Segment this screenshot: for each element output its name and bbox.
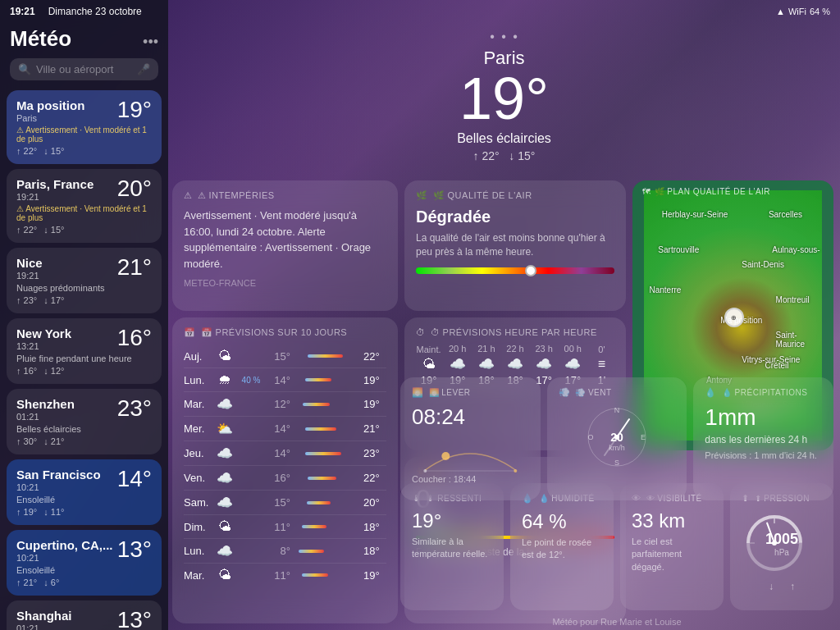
forecast-day: Ven.: [184, 472, 210, 484]
battery-indicator: 64 %: [810, 7, 830, 16]
forecast-low: 11°: [267, 569, 290, 582]
city-range: ↑ 30°↓ 21°: [16, 436, 152, 446]
city-card-new-york[interactable]: New York 13:21 16° Pluie fine pendant un…: [7, 318, 162, 384]
main-weather-header: Paris 19° Belles éclaircies ↑ 22° ↓ 15°: [168, 23, 840, 187]
forecast-low: 14°: [267, 447, 290, 459]
city-card-shenzhen[interactable]: Shenzhen 01:21 23° Belles éclaircies↑ 30…: [7, 389, 162, 454]
city-card-shanghai[interactable]: Shanghai 01:21 13° Temps clair↑ 22°↓ 12°: [7, 600, 162, 630]
forecast-icon: ☁️: [215, 470, 235, 486]
city-card-san-francisco[interactable]: San Francisco 10:21 14° Ensoleillé↑ 19°↓…: [7, 459, 162, 525]
ressenti-value: 19°: [412, 509, 492, 532]
forecast-row: Dim. 🌤 11° 18°: [184, 515, 386, 539]
humidity-desc: Le point de rosée est de 12°.: [522, 536, 602, 562]
search-icon: 🔍: [18, 63, 31, 75]
svg-text:N: N: [614, 406, 620, 414]
city-name: Shenzhen: [16, 397, 75, 411]
main-high: ↑ 22°: [473, 149, 500, 162]
map-position-pin: ⊕: [724, 308, 744, 327]
city-range: ↑ 22°↓ 15°: [16, 146, 152, 156]
warning-icon: ⚠: [184, 190, 193, 201]
more-button[interactable]: •••: [143, 34, 158, 51]
map-label: Saint-Denis: [742, 260, 784, 269]
dots-menu[interactable]: • • •: [490, 30, 519, 44]
forecast-day: Mar.: [184, 569, 210, 582]
sun-arc-svg: [412, 433, 529, 474]
city-sub: 01:21: [16, 623, 72, 630]
sidebar: Météo ••• 🔍 Ville ou aéroport 🎤 Ma posit…: [0, 0, 168, 630]
city-desc: Nuages prédominants: [16, 283, 152, 293]
forecast-day: Sam.: [184, 496, 210, 509]
forecast-bar: [295, 378, 358, 381]
precip-header: 💧 💧 PRÉCIPITATIONS: [705, 387, 822, 398]
forecast-low: 15°: [267, 496, 290, 509]
map-header: 🗺 🌿 PLAN QUALITÉ DE L'AIR: [642, 187, 770, 196]
lever-header: 🌅 🌅 LEVER: [412, 387, 529, 398]
air-bar-indicator: [525, 265, 536, 276]
forecast-high: 18°: [363, 521, 386, 533]
forecast-bar: [295, 525, 358, 528]
map-icon: 🗺: [642, 187, 651, 196]
forecast-row: Mer. ⛅ 14° 21°: [184, 417, 386, 441]
forecast-rain: 40 %: [240, 376, 262, 385]
humidity-widget: 💧 💧 HUMIDITÉ 64 % Le point de rosée est …: [510, 483, 614, 610]
forecast-row: Mar. ☁️ 12° 19°: [184, 392, 386, 417]
hourly-time: 21 h: [477, 344, 495, 354]
intemperies-text: Avertissement · Vent modéré jusqu'à 16:0…: [184, 208, 386, 272]
forecast-day: Mar.: [184, 398, 210, 410]
precip-value: 1mm: [705, 404, 822, 431]
svg-point-8: [423, 469, 427, 472]
map-label: Sarcelles: [769, 210, 802, 219]
hourly-icon: ≡: [598, 357, 605, 372]
hourly-icon: ☁️: [536, 356, 552, 372]
map-label: Herblay-sur-Seine: [662, 210, 728, 219]
forecast-day: Lun.: [184, 545, 210, 557]
map-label: Créteil: [765, 361, 789, 370]
air-desc: La qualité de l'air est moins bonne qu'h…: [416, 231, 614, 259]
forecast-day: Mer.: [184, 422, 210, 435]
city-temp: 20°: [117, 176, 152, 202]
forecast-widget: 📅 📅 PRÉVISIONS SUR 10 JOURS Auj. 🌤 15° 2…: [172, 317, 398, 623]
city-sub: 10:21: [16, 482, 101, 492]
pressure-value: 1005: [742, 531, 822, 548]
map-label: Nanterre: [650, 285, 682, 294]
status-date: Dimanche 23 octobre: [48, 6, 142, 17]
air-quality-header: 🌿 🌿 QUALITÉ DE L'AIR: [416, 190, 614, 201]
forecast-bar: [295, 501, 358, 504]
coucher-label: Coucher : 18:44: [412, 474, 529, 484]
forecast-header: 📅 📅 PRÉVISIONS SUR 10 JOURS: [184, 327, 386, 338]
city-card-nice[interactable]: Nice 19:21 21° Nuages prédominants↑ 23°↓…: [7, 248, 162, 313]
status-time: 19:21: [10, 6, 35, 17]
forecast-bar: [295, 354, 358, 358]
forecast-icon: 🌤: [215, 568, 235, 582]
wind-icon: 💨: [559, 387, 571, 398]
city-temp: 23°: [117, 395, 152, 422]
forecast-icon: ☁️: [215, 445, 235, 461]
intemperies-widget: ⚠ ⚠ Intempéries Avertissement · Vent mod…: [172, 180, 398, 311]
search-box[interactable]: 🔍 Ville ou aéroport 🎤: [10, 58, 158, 80]
visibility-widget: 👁 👁 VISIBILITÉ 33 km Le ciel est parfait…: [620, 483, 724, 610]
calendar-icon: 📅: [184, 327, 196, 338]
city-sub: 13:21: [16, 341, 71, 351]
wind-unit: km/h: [609, 444, 625, 452]
mic-icon: 🎤: [137, 63, 150, 75]
forecast-icon: ☁️: [215, 396, 235, 412]
air-quality-bar: [416, 267, 614, 274]
sidebar-title: Météo: [10, 26, 71, 52]
air-quality-widget: 🌿 🌿 QUALITÉ DE L'AIR Dégradée La qualité…: [404, 180, 626, 311]
city-temp: 13°: [117, 536, 152, 563]
city-card-ma-position[interactable]: Ma position Paris 19° ⚠ Avertissement · …: [7, 90, 162, 164]
forecast-high: 21°: [363, 422, 386, 435]
hourly-time: 00 h: [564, 344, 582, 354]
forecast-low: 14°: [267, 374, 290, 386]
forecast-icon: 🌤: [215, 349, 235, 363]
city-temp: 13°: [117, 607, 152, 630]
city-temp: 14°: [117, 466, 152, 492]
sunrise-icon: 🌅: [412, 387, 424, 398]
city-card-paris--france[interactable]: Paris, France 19:21 20° ⚠ Avertissement …: [7, 169, 162, 243]
city-card-cupertino--ca----[interactable]: Cupertino, CA,... 10:21 13° Ensoleillé↑ …: [7, 530, 162, 596]
city-name: New York: [16, 326, 71, 340]
precipitation-widget: 💧 💧 PRÉCIPITATIONS 1mm dans les dernière…: [693, 377, 833, 500]
city-desc: Pluie fine pendant une heure: [16, 354, 152, 363]
forecast-high: 20°: [363, 496, 386, 509]
hourly-time: Maint.: [417, 345, 441, 354]
